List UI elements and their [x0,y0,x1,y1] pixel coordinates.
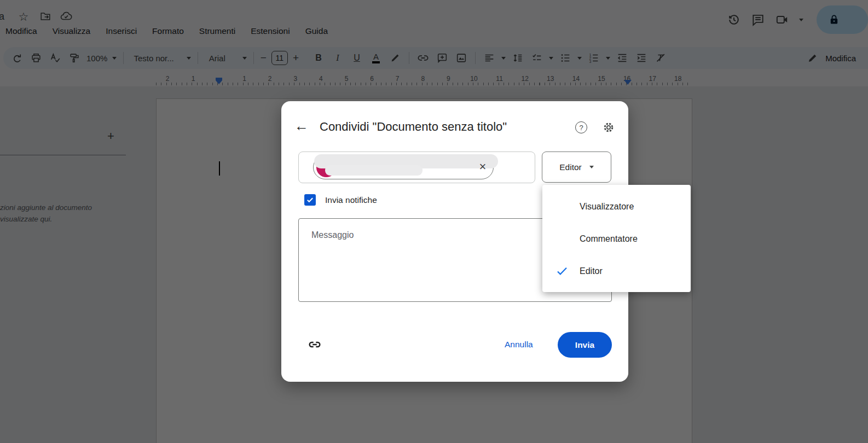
role-dropdown-caret-icon [589,166,594,168]
back-arrow-icon[interactable]: ← [294,119,309,133]
notify-row: Invia notifiche [304,194,377,206]
share-dialog-title: Condividi "Documento senza titolo" [320,120,507,134]
settings-gear-icon[interactable] [602,121,615,134]
remove-recipient-icon[interactable]: × [476,160,490,174]
role-item-visualizzatore[interactable]: Visualizzatore [542,190,691,223]
selected-check-icon [555,265,569,278]
role-dropdown-label: Editor [559,162,582,172]
send-button[interactable]: Invia [558,332,612,358]
role-menu: Visualizzatore Commentatore Editor [542,185,691,292]
message-placeholder: Messaggio [311,230,354,240]
redaction-smear [325,165,423,176]
google-docs-app: a ☆ Modifica Visualizza Inserisci Format… [0,0,868,443]
role-item-editor[interactable]: Editor [542,255,691,287]
help-icon[interactable]: ? [575,121,587,133]
copy-link-icon[interactable] [307,337,322,352]
role-item-commentatore[interactable]: Commentatore [542,223,691,255]
cancel-button[interactable]: Annulla [505,340,533,349]
notify-checkbox[interactable] [304,194,316,206]
role-dropdown-button[interactable]: Editor [542,151,611,183]
notify-label: Invia notifiche [325,195,377,205]
